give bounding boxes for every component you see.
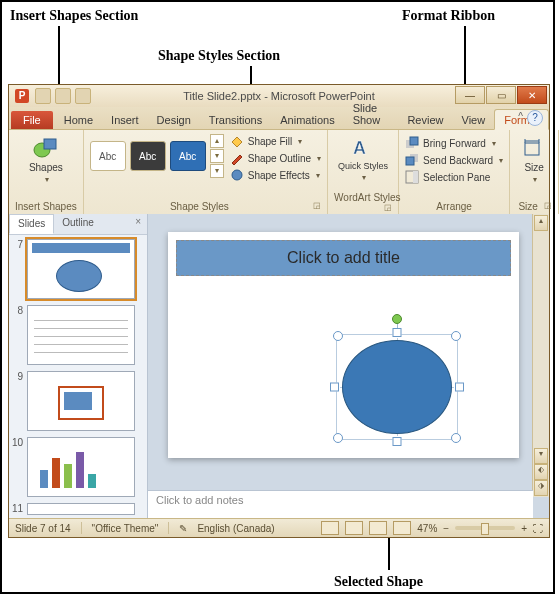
- slide-editor[interactable]: Click to add title: [148, 214, 549, 519]
- send-backward-label: Send Backward: [423, 155, 493, 166]
- title-placeholder[interactable]: Click to add title: [176, 240, 511, 276]
- tab-slide-show[interactable]: Slide Show: [344, 98, 399, 129]
- resize-handle[interactable]: [333, 331, 343, 341]
- dialog-launcher-icon[interactable]: ◲: [309, 201, 321, 210]
- tab-file[interactable]: File: [11, 111, 53, 129]
- workspace: Slides Outline × 7 8 9: [9, 214, 549, 519]
- chevron-down-icon: ▾: [531, 175, 537, 184]
- pane-close-icon[interactable]: ×: [129, 214, 147, 234]
- tab-home[interactable]: Home: [55, 110, 102, 129]
- rotation-handle[interactable]: [392, 314, 402, 324]
- spellcheck-icon[interactable]: ✎: [179, 523, 187, 534]
- resize-handle[interactable]: [330, 383, 339, 392]
- shape-outline-button[interactable]: Shape Outline▾: [230, 151, 321, 165]
- resize-handle[interactable]: [333, 433, 343, 443]
- collapse-ribbon-icon[interactable]: ^: [518, 111, 523, 122]
- scroll-down-icon[interactable]: ▾: [534, 448, 548, 464]
- fit-slide-icon[interactable]: ⛶: [533, 523, 543, 534]
- thumbnail-slide-10[interactable]: 10: [11, 437, 143, 497]
- resize-handle[interactable]: [451, 433, 461, 443]
- group-shape-styles: Abc Abc Abc ▴ ▾ ▾ Shape Fill▾: [84, 130, 328, 214]
- minimize-button[interactable]: —: [455, 86, 485, 104]
- quick-styles-label: Quick Styles: [338, 162, 388, 171]
- slide-number: 10: [11, 437, 23, 448]
- shape-fill-label: Shape Fill: [248, 136, 292, 147]
- chevron-down-icon: ▾: [490, 139, 496, 148]
- tab-view[interactable]: View: [453, 110, 495, 129]
- redo-icon[interactable]: [75, 88, 91, 104]
- pane-tab-outline[interactable]: Outline: [54, 214, 102, 234]
- size-button[interactable]: Size▾: [516, 134, 552, 186]
- scroll-up-icon[interactable]: ▴: [534, 215, 548, 231]
- slides-pane: Slides Outline × 7 8 9: [9, 214, 148, 519]
- help-icon[interactable]: ?: [527, 110, 543, 126]
- slide-number: 8: [11, 305, 23, 316]
- scroll-up-icon[interactable]: ▴: [210, 134, 224, 148]
- slide-number: 11: [11, 503, 23, 514]
- thumbnail-slide-9[interactable]: 9: [11, 371, 143, 431]
- send-backward-button[interactable]: Send Backward▾: [405, 153, 503, 167]
- zoom-slider[interactable]: [455, 526, 515, 530]
- thumbnail-slide-8[interactable]: 8: [11, 305, 143, 365]
- chevron-down-icon: ▾: [497, 156, 503, 165]
- dialog-launcher-icon[interactable]: ◲: [380, 203, 392, 212]
- shape-fill-button[interactable]: Shape Fill▾: [230, 134, 321, 148]
- paint-bucket-icon: [230, 134, 244, 148]
- status-language[interactable]: English (Canada): [197, 523, 274, 534]
- selected-shape-ellipse[interactable]: [334, 332, 460, 442]
- prev-slide-icon[interactable]: ⬖: [534, 464, 548, 480]
- quick-styles-button[interactable]: A Quick Styles▾: [334, 134, 392, 184]
- annotation-insert-shapes: Insert Shapes Section: [10, 8, 138, 24]
- normal-view-button[interactable]: [321, 521, 339, 535]
- style-preset-1[interactable]: Abc: [90, 141, 126, 171]
- scroll-down-icon[interactable]: ▾: [210, 149, 224, 163]
- group-size: Size▾ Size◲: [510, 130, 559, 214]
- notes-pane[interactable]: Click to add notes: [148, 490, 533, 519]
- shapes-button[interactable]: Shapes ▾: [15, 134, 77, 186]
- shape-outline-label: Shape Outline: [248, 153, 311, 164]
- maximize-button[interactable]: ▭: [486, 86, 516, 104]
- slide-number: 9: [11, 371, 23, 382]
- undo-icon[interactable]: [55, 88, 71, 104]
- vertical-scrollbar[interactable]: ▴ ▾ ⬖ ⬗: [532, 214, 549, 497]
- status-theme: "Office Theme": [92, 523, 159, 534]
- group-wordart-styles: A Quick Styles▾ WordArt Styles◲: [328, 130, 399, 214]
- selection-pane-button[interactable]: Selection Pane: [405, 170, 503, 184]
- status-slide-count: Slide 7 of 14: [15, 523, 71, 534]
- slide-thumbnails: 7 8 9 10: [9, 235, 147, 519]
- shape-effects-button[interactable]: Shape Effects▾: [230, 168, 321, 182]
- resize-handle[interactable]: [393, 328, 402, 337]
- resize-handle[interactable]: [455, 383, 464, 392]
- reading-view-button[interactable]: [369, 521, 387, 535]
- resize-handle[interactable]: [451, 331, 461, 341]
- thumbnail-slide-11[interactable]: 11: [11, 503, 143, 515]
- pane-tab-slides[interactable]: Slides: [9, 214, 54, 234]
- slideshow-view-button[interactable]: [393, 521, 411, 535]
- tab-insert[interactable]: Insert: [102, 110, 148, 129]
- slide-canvas[interactable]: Click to add title: [168, 232, 519, 458]
- thumbnail-slide-7[interactable]: 7: [11, 239, 143, 299]
- zoom-level[interactable]: 47%: [417, 523, 437, 534]
- dialog-launcher-icon[interactable]: ◲: [540, 201, 552, 210]
- tab-design[interactable]: Design: [148, 110, 200, 129]
- zoom-in-icon[interactable]: +: [521, 523, 527, 534]
- sorter-view-button[interactable]: [345, 521, 363, 535]
- close-button[interactable]: ✕: [517, 86, 547, 104]
- shapes-icon: [32, 136, 60, 160]
- bring-forward-button[interactable]: Bring Forward▾: [405, 136, 503, 150]
- next-slide-icon[interactable]: ⬗: [534, 480, 548, 496]
- selection-pane-label: Selection Pane: [423, 172, 490, 183]
- resize-handle[interactable]: [393, 437, 402, 446]
- style-preset-3[interactable]: Abc: [170, 141, 206, 171]
- save-icon[interactable]: [35, 88, 51, 104]
- ellipse-shape[interactable]: [342, 340, 452, 434]
- zoom-out-icon[interactable]: −: [443, 523, 449, 534]
- gallery-scroll[interactable]: ▴ ▾ ▾: [210, 134, 224, 178]
- tab-review[interactable]: Review: [398, 110, 452, 129]
- tab-animations[interactable]: Animations: [271, 110, 343, 129]
- style-preset-2[interactable]: Abc: [130, 141, 166, 171]
- pen-icon: [230, 151, 244, 165]
- shape-style-gallery[interactable]: Abc Abc Abc ▴ ▾ ▾: [90, 134, 224, 178]
- gallery-more-icon[interactable]: ▾: [210, 164, 224, 178]
- tab-transitions[interactable]: Transitions: [200, 110, 271, 129]
